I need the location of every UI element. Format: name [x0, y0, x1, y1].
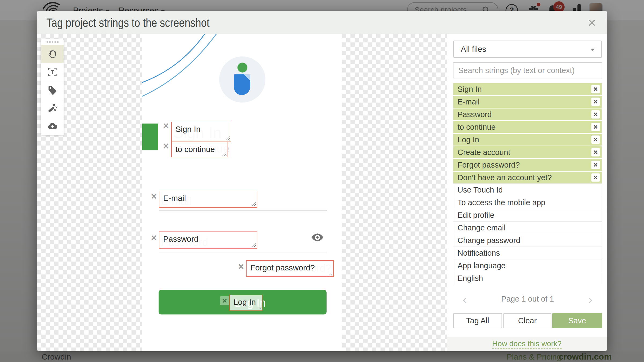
- remove-tag-icon[interactable]: ×: [238, 262, 244, 272]
- hand-pan-tool-icon: [47, 49, 57, 59]
- string-row[interactable]: To access the mobile app: [453, 196, 602, 209]
- string-row[interactable]: Edit profile: [453, 209, 602, 221]
- string-list: Sign In× E-mail× Password× to continue× …: [453, 83, 602, 285]
- string-row[interactable]: Notifications: [453, 247, 602, 259]
- tag-tool-button[interactable]: [41, 81, 64, 99]
- string-row[interactable]: Forgot password?×: [453, 158, 602, 171]
- resize-handle-icon[interactable]: [257, 305, 261, 309]
- close-icon[interactable]: ×: [584, 15, 600, 31]
- resize-handle-icon[interactable]: [328, 271, 332, 275]
- modal-title: Tag project strings to the screenshot: [46, 16, 210, 30]
- remove-tag-icon[interactable]: ×: [151, 233, 157, 243]
- help-link[interactable]: How does this work?: [447, 339, 607, 348]
- panel-footer: How does this work?: [447, 337, 607, 351]
- tag-box-to-continue[interactable]: to continue: [171, 142, 228, 157]
- string-row[interactable]: E-mail×: [453, 95, 602, 108]
- tag-box-sign-in[interactable]: Sign In: [171, 122, 231, 142]
- magic-wand-tool-button[interactable]: [41, 99, 64, 117]
- tag-box-email[interactable]: E-mail: [159, 191, 257, 208]
- resize-handle-icon[interactable]: [252, 202, 256, 206]
- remove-string-icon[interactable]: ×: [591, 173, 600, 182]
- cloud-upload-tool-button[interactable]: [41, 117, 64, 135]
- string-row[interactable]: to continue×: [453, 120, 602, 133]
- tag-box-log-in[interactable]: Log In: [229, 295, 263, 311]
- strings-panel: All files Sign In× E-mail× Password× to …: [447, 34, 607, 351]
- next-page-icon[interactable]: ›: [588, 292, 592, 307]
- save-button[interactable]: Save: [552, 313, 602, 328]
- string-row[interactable]: Change password: [453, 234, 602, 247]
- remove-string-icon[interactable]: ×: [591, 136, 600, 144]
- remove-tag-icon[interactable]: ×: [163, 141, 169, 151]
- app-logo-corner: [244, 74, 250, 81]
- remove-string-icon[interactable]: ×: [591, 98, 600, 106]
- screenshot-workspace[interactable]: Sign In to continue E-mail Password Forg…: [37, 34, 447, 351]
- remove-string-icon[interactable]: ×: [591, 161, 600, 169]
- string-search-input[interactable]: [453, 62, 602, 78]
- string-row[interactable]: English: [453, 272, 602, 284]
- modal-header: Tag project strings to the screenshot ×: [37, 11, 607, 34]
- remove-string-icon[interactable]: ×: [591, 85, 600, 93]
- tools-palette: [41, 39, 64, 135]
- clear-button[interactable]: Clear: [503, 313, 551, 328]
- string-row[interactable]: Change email: [453, 221, 602, 234]
- string-row[interactable]: Password×: [453, 108, 602, 120]
- string-row[interactable]: Use Touch Id: [453, 183, 602, 196]
- string-row[interactable]: Create account×: [453, 146, 602, 158]
- string-row[interactable]: Don’t have an account yet?×: [453, 171, 602, 183]
- pagination: ‹ Page 1 out of 1 ›: [453, 293, 602, 306]
- string-row[interactable]: App language: [453, 259, 602, 272]
- remove-string-icon[interactable]: ×: [591, 110, 600, 119]
- app-email-underline: [159, 210, 327, 211]
- remove-tag-icon[interactable]: ×: [220, 296, 229, 305]
- text-select-tool-icon: [47, 67, 57, 77]
- remove-tag-icon[interactable]: ×: [151, 191, 157, 201]
- text-select-tool-button[interactable]: [41, 63, 64, 81]
- file-filter-select[interactable]: All files: [453, 41, 602, 58]
- remove-string-icon[interactable]: ×: [591, 148, 600, 157]
- magic-wand-tool-icon: [47, 103, 57, 113]
- tag-all-button[interactable]: Tag All: [453, 313, 502, 328]
- tag-strings-modal: Tag project strings to the screenshot × …: [37, 11, 607, 351]
- remove-tag-icon[interactable]: ×: [163, 121, 169, 131]
- remove-string-icon[interactable]: ×: [591, 123, 600, 131]
- resize-handle-icon[interactable]: [222, 152, 226, 156]
- app-password-underline: [159, 252, 327, 252]
- hand-pan-tool-button[interactable]: [41, 45, 64, 63]
- resize-handle-icon[interactable]: [252, 243, 256, 247]
- app-accent-rect: [142, 124, 158, 150]
- string-row[interactable]: Sign In×: [453, 83, 602, 95]
- drag-handle[interactable]: [46, 41, 59, 43]
- tag-box-password[interactable]: Password: [159, 231, 257, 249]
- chevron-down-icon: [591, 49, 595, 51]
- eye-icon: [311, 233, 324, 242]
- resize-handle-icon[interactable]: [226, 136, 230, 140]
- tag-box-forgot-password[interactable]: Forgot password?: [246, 260, 334, 277]
- cloud-upload-tool-icon: [47, 121, 57, 131]
- string-row[interactable]: Log In×: [453, 133, 602, 146]
- tag-tool-icon: [47, 85, 57, 95]
- app-logo-dot: [237, 63, 247, 73]
- page-label: Page 1 out of 1: [453, 295, 602, 303]
